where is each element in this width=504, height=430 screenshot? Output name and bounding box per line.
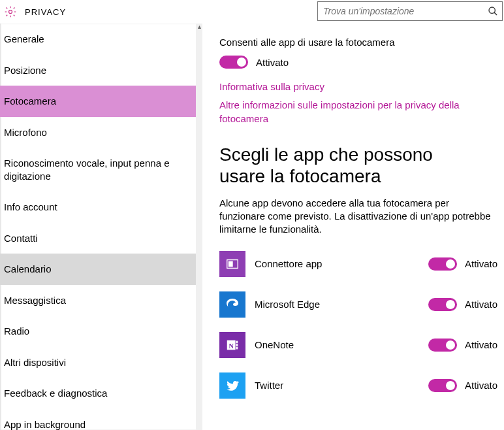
sidebar-item-messaggistica[interactable]: Messaggistica [0,285,196,316]
app-name-label: Twitter [255,380,419,391]
app-connector-icon [219,251,245,277]
sidebar-item-contatti[interactable]: Contatti [0,223,196,254]
choose-apps-description: Alcune app devono accedere alla tua foto… [219,197,494,237]
app-row-edge: Microsoft EdgeAttivato [219,291,497,318]
sidebar-item-posizione[interactable]: Posizione [0,55,196,86]
app-name-label: Connettore app [255,258,419,269]
sidebar-item-riconoscimento-vocale-input-penna-e-digitazione[interactable]: Riconoscimento vocale, input penna e dig… [0,148,196,191]
app-row-onenote: NOneNoteAttivato [219,332,497,358]
app-toggle-state: Attivato [465,258,497,269]
sidebar-item-altri-dispositivi[interactable]: Altri dispositivi [0,347,196,378]
svg-text:N: N [229,342,234,349]
sidebar-item-label: Radio [4,325,29,337]
svg-rect-4 [229,261,233,266]
sidebar-item-fotocamera[interactable]: Fotocamera [0,86,196,117]
onenote-icon: N [219,332,245,358]
camera-privacy-more-link[interactable]: Altre informazioni sulle impostazioni pe… [219,99,480,125]
sidebar-item-label: Riconoscimento vocale, input penna e dig… [4,157,170,182]
edge-icon [219,291,245,318]
choose-apps-heading: Scegli le app che possono usare la fotoc… [219,144,480,188]
app-toggle-state: Attivato [465,299,497,310]
sidebar-item-label: Fotocamera [4,95,56,107]
app-toggle-wrap: Attivato [428,298,497,311]
sidebar-item-generale[interactable]: Generale [0,24,196,55]
app-row-twitter: TwitterAttivato [219,372,497,399]
app-toggle-wrap: Attivato [428,379,497,392]
svg-point-0 [9,10,12,14]
search-input[interactable] [318,3,484,19]
sidebar-item-label: Microfono [4,127,47,138]
svg-rect-9 [236,346,238,349]
app-toggle-state: Attivato [465,339,497,350]
page-title: PRIVACY [25,7,66,17]
sidebar-item-label: Calendario [4,263,52,274]
allow-camera-toggle-row: Attivato [219,56,497,69]
app-name-label: Microsoft Edge [255,299,419,310]
sidebar-item-radio[interactable]: Radio [0,316,196,347]
svg-point-1 [489,7,495,13]
sidebar-item-label: Feedback e diagnostica [4,388,107,399]
svg-rect-8 [236,344,238,346]
sidebar-item-info-account[interactable]: Info account [0,191,196,223]
sidebar-item-feedback-e-diagnostica[interactable]: Feedback e diagnostica [0,378,196,409]
app-toggle-twitter[interactable] [428,379,457,392]
sidebar-item-label: Generale [4,33,44,44]
svg-line-2 [494,12,497,15]
app-toggle-state: Attivato [465,380,497,391]
allow-camera-toggle[interactable] [219,56,248,69]
sidebar-item-app-in-background[interactable]: App in background [0,409,196,431]
twitter-icon [219,372,245,399]
sidebar-item-label: App in background [4,419,86,430]
sidebar-item-label: Contatti [4,233,38,244]
app-row-app-connector: Connettore appAttivato [219,251,497,277]
app-toggle-onenote[interactable] [428,339,457,352]
sidebar-item-label: Info account [4,201,57,212]
app-name-label: OneNote [255,339,419,350]
sidebar-item-calendario[interactable]: Calendario [0,254,196,285]
scroll-up-icon[interactable]: ▴ [196,24,202,30]
allow-camera-state: Attivato [256,57,289,68]
sidebar-item-microfono[interactable]: Microfono [0,117,196,148]
app-toggle-edge[interactable] [428,298,457,311]
content-area: Consenti alle app di usare la fotocamera… [202,24,504,430]
header-left: PRIVACY [0,5,66,18]
svg-rect-7 [236,340,238,343]
app-toggle-wrap: Attivato [428,339,497,352]
app-toggle-app-connector[interactable] [428,257,457,271]
gear-icon [4,5,17,18]
privacy-policy-link[interactable]: Informativa sulla privacy [219,80,480,93]
search-box[interactable] [317,1,503,21]
sidebar-scrollbar[interactable]: ▴ [196,24,202,430]
sidebar: GeneralePosizioneFotocameraMicrofonoRico… [0,24,202,430]
header-bar: PRIVACY [0,0,504,24]
allow-camera-label: Consenti alle app di usare la fotocamera [219,37,497,48]
sidebar-item-label: Posizione [4,65,46,76]
search-icon[interactable] [484,2,502,20]
sidebar-item-label: Altri dispositivi [4,357,66,368]
sidebar-item-label: Messaggistica [4,295,66,306]
app-toggle-wrap: Attivato [428,257,497,271]
